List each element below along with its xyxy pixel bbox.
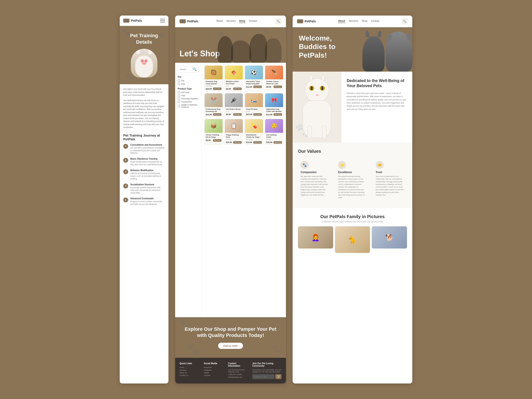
buy-button-0[interactable]: Buy Now (213, 88, 222, 90)
product-price-9: $19.99 (226, 141, 232, 143)
cat-head-main (305, 78, 329, 103)
product-card-6: 🛏️ Cozy Pet Bed Small $24.99 Buy Now (245, 93, 263, 117)
brand-name: PetPals (131, 19, 142, 22)
product-price-row-7: $14.99 Buy Now (266, 113, 282, 116)
nav-services[interactable]: Services (226, 19, 236, 23)
footer-address: 123 PetCare Avenue, CityVille, USA (228, 369, 249, 373)
buy-button-4[interactable]: Buy Now (213, 113, 222, 116)
filter-grooming[interactable]: Grooming Supplies (178, 98, 199, 100)
gallery-item-1: 👩‍🦰 (298, 226, 333, 248)
mobile-panel: 🐾 PetPals 🐾 🐾 🐾 Pet Training Details Str… (120, 16, 168, 383)
excellence-icon: ⭐ (338, 161, 346, 169)
mobile-body: Our dedicated trainers not only focus on… (123, 99, 165, 129)
journey-title: Pet Training Journey at PetPals (123, 133, 165, 141)
footer-social-title: Social Media (204, 362, 224, 365)
product-card-4: ✂️ Professional Dog Grooming Kit $34.99 … (204, 93, 223, 117)
footer-community-title: Join Our Pet Loving Community (252, 362, 282, 367)
dog-checkbox[interactable] (178, 83, 180, 85)
cat-pupil-right (321, 86, 323, 90)
step-desc-4: Encourage positive interactions with oth… (130, 186, 165, 194)
footer-link-home[interactable]: Home (180, 367, 200, 368)
about-hero-animals (362, 27, 412, 72)
white-cat-ear-r (321, 75, 325, 81)
nav-about[interactable]: About (216, 19, 223, 23)
shop-search-button[interactable]: 🔍 (275, 18, 282, 24)
about-dedicated-section: 🐾 (293, 72, 412, 143)
white-cat-ear-l (309, 75, 313, 81)
about-nav-contact[interactable]: Contact (371, 19, 379, 23)
search-input[interactable] (180, 68, 191, 70)
filter-toys[interactable]: Toys (178, 95, 199, 97)
product-card-10: 💊 Multivitamin Chews for Dogs 60 Count $… (245, 119, 263, 145)
footer-email-input[interactable] (252, 374, 274, 379)
buy-button-9[interactable]: Buy Now (233, 141, 242, 144)
footer-linkedin[interactable]: LinkedIn (204, 374, 224, 376)
accessories-checkbox[interactable] (178, 101, 180, 103)
health-checkbox[interactable] (178, 105, 180, 107)
buy-button-1[interactable]: Buy Now (233, 88, 242, 90)
buy-button-10[interactable]: Buy Now (253, 141, 262, 144)
about-nav-about[interactable]: About (338, 19, 345, 23)
mobile-intro: Strengthen your bond with your furry fri… (123, 88, 165, 97)
about-panel: 🐾 PetPals About Services Shop Contact 🔍 … (293, 16, 412, 383)
footer-signup-button[interactable]: Sign Up (275, 374, 282, 379)
buy-button-3[interactable]: Buy Now (273, 86, 282, 88)
product-info-0: Premium Dog Food Special 5 lb Bag $29.99… (205, 79, 222, 91)
footer-link-about[interactable]: About Us (180, 372, 200, 374)
product-price-row-1: $4.99 Buy Now (226, 88, 242, 90)
filter-health[interactable]: Health & Wellness Products (178, 104, 199, 108)
gallery-subtitle: A Glimpse into the Joyful Moments We Sha… (298, 221, 407, 223)
about-paw-2: 🐾 (341, 66, 344, 69)
product-price-row-11: $16.99 Buy Now (266, 141, 282, 144)
cat-ear-right (378, 30, 382, 38)
footer-link-services[interactable]: Services (180, 369, 200, 371)
rabbit-ear-right (148, 49, 153, 55)
filter-dog[interactable]: Dog (178, 83, 199, 85)
about-nav-services[interactable]: Services (349, 19, 358, 23)
search-box[interactable]: 🔍 (178, 66, 199, 73)
mobile-content: Strengthen your bond with your furry fri… (120, 84, 168, 212)
shop-brand-name: PetPals (187, 19, 198, 23)
about-search-button[interactable]: 🔍 (402, 18, 408, 24)
buy-button-11[interactable]: Buy Now (273, 141, 282, 144)
product-price-7: $14.99 (266, 114, 272, 116)
product-image-6: 🛏️ (245, 93, 263, 107)
filter-accessories[interactable]: Accessories (178, 101, 199, 103)
step-desc-1: We start with a personalized consultatio… (130, 147, 165, 155)
product-image-5: 🪮 (225, 93, 243, 107)
buy-button-6[interactable]: Buy Now (253, 113, 262, 116)
footer-facebook[interactable]: Facebook (204, 367, 224, 368)
buy-button-7[interactable]: Buy Now (273, 113, 282, 116)
logo-icon: 🐾 (123, 19, 129, 23)
dedicated-text: PetPals is more than just a pet care cen… (347, 92, 407, 111)
footer-link-contact[interactable]: Contact Us (180, 374, 200, 376)
product-card-3: 🪶 Feather Teaser Wand for Cats $8.99 Buy… (265, 65, 283, 91)
nav-shop[interactable]: Shop (239, 19, 245, 23)
buy-button-2[interactable]: Buy Now (253, 86, 262, 88)
hamburger-menu[interactable] (160, 19, 165, 22)
product-price-8: $9.99 (206, 139, 211, 141)
shop-sidebar: 🔍 Pet Cat Dog Product Type Pet Food (175, 63, 202, 317)
buy-button-8[interactable]: Buy Now (213, 139, 222, 142)
products-grid: 🥘 Premium Dog Food Special 5 lb Bag $29.… (204, 65, 283, 145)
footer-quick-links: Quick Links Home Services About Us Conta… (180, 362, 200, 379)
filter-cat[interactable]: Cat (178, 80, 199, 82)
footer-twitter[interactable]: Twitter (204, 372, 224, 374)
filter-pet-food[interactable]: Pet Food (178, 91, 199, 94)
grooming-checkbox[interactable] (178, 98, 180, 100)
product-name-3: Feather Teaser Wand for Cats (266, 81, 282, 85)
step-number-5: 5 (123, 197, 128, 202)
product-image-11: 😌 (265, 119, 283, 133)
cat-nose (316, 94, 319, 96)
pet-silhouette-2 (231, 41, 251, 63)
about-nav-shop[interactable]: Shop (361, 19, 367, 23)
toys-checkbox[interactable] (178, 95, 180, 97)
footer-instagram[interactable]: Instagram (204, 369, 224, 371)
pet-food-label: Pet Food (181, 91, 189, 94)
footer-signup: Sign Up (252, 374, 282, 379)
buy-button-5[interactable]: Buy Now (233, 113, 242, 116)
pet-food-checkbox[interactable] (178, 91, 180, 94)
footer-email: Info@petpals.com (228, 376, 249, 378)
cat-checkbox[interactable] (178, 80, 180, 82)
nav-contact[interactable]: Contact (249, 19, 257, 23)
